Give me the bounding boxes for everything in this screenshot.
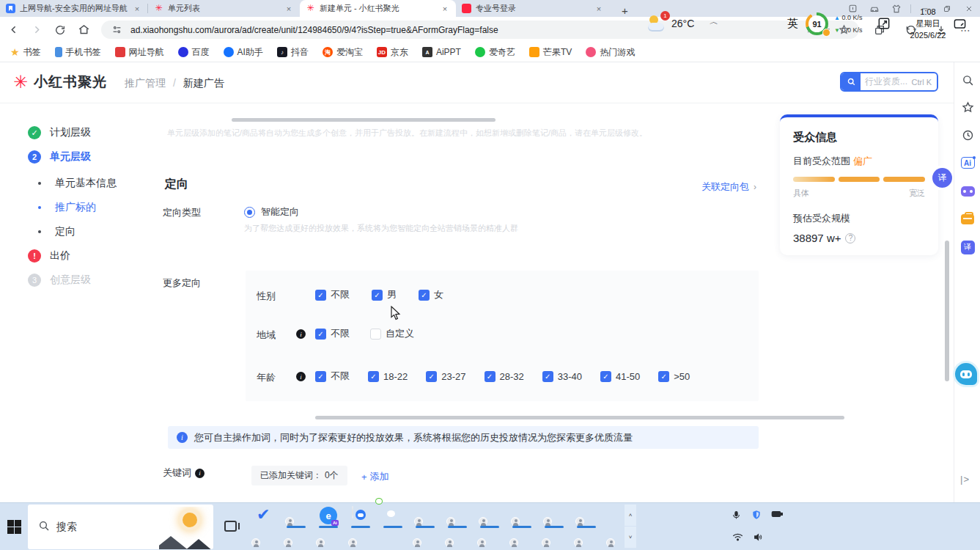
checkbox-checked-icon[interactable] (315, 371, 326, 382)
checkbox-option[interactable]: 23-27 (426, 370, 465, 383)
checkbox-checked-icon[interactable] (372, 290, 383, 301)
edge-window-icon[interactable] (513, 507, 531, 524)
taskbar-search-box[interactable]: 搜索 (28, 505, 213, 549)
car-mode-icon[interactable] (863, 0, 885, 17)
home-icon[interactable] (73, 20, 94, 40)
step-unit-basic-info[interactable]: 单元基本信息 (33, 177, 117, 190)
checkbox-option[interactable]: 男 (372, 288, 397, 301)
checkbox-checked-icon[interactable] (658, 371, 669, 382)
taskbar-scroll-up-icon[interactable]: ˄ (625, 505, 636, 526)
checkbox-option[interactable]: 41-50 (600, 370, 640, 383)
bookmark-item[interactable]: 手机书签 (55, 46, 101, 59)
bookmark-item[interactable]: AAiPPT (422, 47, 461, 57)
edge-window-icon[interactable] (544, 528, 561, 546)
question-mark-icon[interactable]: ? (845, 233, 855, 243)
step-plan-level[interactable]: 计划层级 (28, 126, 91, 139)
targeting-package-link[interactable]: 关联定向包 › (701, 180, 756, 194)
bookmark-item[interactable]: AI助手 (224, 46, 263, 59)
step-unit-level[interactable]: 2 单元层级 (28, 150, 91, 164)
checkbox-option[interactable]: 28-32 (485, 370, 524, 383)
checkbox-checked-icon[interactable] (315, 290, 326, 301)
tab-close-icon[interactable]: × (284, 4, 294, 13)
start-button[interactable] (7, 520, 21, 534)
edge-window-icon[interactable] (318, 528, 336, 546)
checkbox-checked-icon[interactable] (419, 290, 430, 301)
bookmark-item[interactable]: 热门游戏 (586, 46, 635, 59)
edge-window-icon[interactable] (254, 528, 271, 546)
quark-browser-icon[interactable] (352, 507, 369, 524)
smart-targeting-radio[interactable]: 智能定向 (244, 205, 299, 219)
edge-window-icon[interactable] (576, 528, 594, 546)
bookmark-item[interactable]: 爱奇艺 (475, 46, 515, 59)
tab-close-icon[interactable]: × (440, 4, 450, 13)
xhs-juguang-logo[interactable]: ✳ 小红书聚光 (13, 73, 107, 92)
edge-window-icon[interactable] (545, 507, 563, 524)
checkbox-checked-icon[interactable] (600, 371, 611, 382)
checkbox-option[interactable]: >50 (658, 370, 690, 383)
sidebar-expand-icon[interactable]: |> (960, 474, 970, 485)
edge-browser-icon[interactable] (383, 528, 400, 546)
taskbar-scroll-down-icon[interactable]: ˅ (625, 527, 636, 548)
hidden-icons-chevron[interactable]: ︿ (710, 18, 718, 28)
edge-window-icon[interactable] (479, 528, 497, 546)
site-search-box[interactable]: 行业资质... Ctrl K (840, 72, 938, 92)
back-icon[interactable] (3, 20, 23, 40)
search-submit-button[interactable] (841, 73, 861, 90)
bookmark-item[interactable]: 百度 (178, 46, 210, 59)
weather-art-image[interactable] (159, 507, 213, 549)
tab-close-icon[interactable]: × (594, 4, 604, 13)
keywords-info-icon[interactable]: i (195, 469, 205, 478)
checkbox-checked-icon[interactable] (542, 371, 553, 382)
bookmark-item[interactable]: ★书签 (10, 46, 41, 59)
edge-window-icon[interactable] (608, 528, 626, 546)
checkbox-option[interactable]: 不限 (315, 327, 350, 340)
microphone-tray-icon[interactable] (730, 509, 742, 521)
edge-window-icon[interactable] (287, 507, 305, 524)
browser-tab-unit-list[interactable]: ✳ 单元列表 × (148, 0, 300, 17)
horizontal-scrollbar[interactable] (232, 118, 495, 122)
snip-tool-tray-icon[interactable] (877, 16, 891, 33)
taskbar-clock[interactable]: 1:08 星期日 2025/6/22 (900, 6, 956, 41)
edge-window-icon[interactable] (350, 528, 368, 546)
wechat-icon[interactable] (384, 507, 402, 524)
checkbox-checked-icon[interactable] (426, 371, 437, 382)
step-targeting[interactable]: 定向 (33, 225, 75, 238)
bookmark-item[interactable]: 淘爱淘宝 (323, 46, 363, 59)
tab-close-icon[interactable]: × (132, 4, 142, 13)
weather-tray-icon[interactable]: 1 (646, 12, 668, 34)
checkbox-option[interactable]: 自定义 (370, 327, 414, 340)
checkbox-checked-icon[interactable] (315, 329, 326, 340)
edge-window-icon[interactable] (416, 507, 434, 524)
speaker-tray-icon[interactable] (752, 531, 764, 543)
step-creative-level[interactable]: 3 创意层级 (28, 274, 91, 287)
page-vertical-scrollbar[interactable] (945, 241, 949, 381)
checkbox-unchecked-icon[interactable] (370, 329, 381, 340)
checkbox-option[interactable]: 不限 (315, 370, 350, 383)
input-language-indicator[interactable]: 英 (787, 17, 798, 31)
sidebar-translate-icon[interactable]: 译 (960, 240, 975, 254)
browser-tab-pro-login[interactable]: 专业号登录 × (456, 0, 610, 17)
reload-icon[interactable] (50, 20, 70, 40)
url-text[interactable]: ad.xiaohongshu.com/aurora/ad/create/unit… (130, 25, 803, 35)
bookmark-item[interactable]: 网址导航 (115, 46, 164, 59)
edge-window-icon[interactable] (286, 528, 303, 546)
browser-tab-new-unit-active[interactable]: ✳ 新建单元 - 小红书聚光 × (300, 0, 456, 17)
new-tab-button[interactable]: + (617, 4, 633, 17)
battery-percent-ring[interactable]: 91 (806, 12, 828, 35)
chat-assistant-robot-icon[interactable] (955, 363, 977, 385)
sidebar-search-icon[interactable] (960, 73, 975, 87)
edge-window-icon[interactable] (449, 507, 466, 524)
step-promotion-target[interactable]: 推广标的 (33, 201, 96, 214)
radio-selected-icon[interactable] (244, 207, 255, 218)
edge-window-icon[interactable] (481, 507, 498, 524)
sidebar-favorites-icon[interactable] (960, 100, 975, 114)
breadcrumb-parent[interactable]: 推广管理 (125, 77, 166, 89)
sidebar-history-icon[interactable] (960, 128, 975, 142)
qq-browser-icon[interactable]: e (320, 507, 337, 524)
pinned-check-app-icon[interactable]: ✔ (257, 505, 270, 524)
edge-window-icon[interactable] (415, 528, 432, 546)
floating-translate-badge[interactable]: 译 (932, 168, 952, 188)
checkbox-option[interactable]: 33-40 (542, 370, 582, 383)
network-speed-indicator[interactable]: ▲ 0.0 K/s ▼ 0.0 K/s (834, 12, 862, 37)
wifi-tray-icon[interactable] (732, 531, 743, 543)
